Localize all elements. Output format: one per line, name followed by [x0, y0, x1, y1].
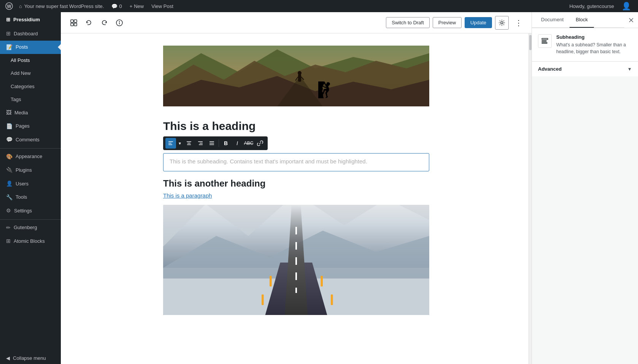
sidebar-item-dashboard[interactable]: ⊞ Dashboard [0, 27, 61, 41]
settings-icon: ⚙ [6, 207, 11, 215]
svg-rect-39 [270, 276, 272, 286]
heading-block-1[interactable]: This is a heading [163, 116, 429, 136]
update-button[interactable]: Update [465, 17, 492, 28]
block-info: Subheading What's a subhead? Smaller tha… [532, 28, 638, 61]
format-toolbar: ▼ [163, 136, 268, 150]
svg-rect-46 [542, 41, 546, 41]
dashboard-icon: ⊞ [6, 30, 11, 38]
admin-bar: W ⌂ Your new super fast WordPress site. … [0, 0, 638, 12]
svg-rect-27 [199, 144, 203, 145]
panel-content-area [532, 76, 638, 364]
gutenberg-icon: ✏ [6, 224, 11, 232]
block-name: Subheading [556, 34, 632, 40]
add-block-button[interactable] [67, 16, 81, 30]
svg-rect-20 [168, 143, 171, 144]
link-button[interactable] [255, 138, 265, 149]
paragraph-block[interactable]: This is a paragraph [163, 192, 429, 199]
sidebar-item-tags[interactable]: Tags [0, 93, 61, 106]
sidebar-item-media[interactable]: 🖼 Media [0, 106, 61, 120]
road-image-block [163, 205, 429, 315]
svg-rect-45 [542, 38, 548, 40]
site-name[interactable]: ⌂ Your new super fast WordPress site. [15, 0, 108, 12]
svg-rect-40 [262, 294, 264, 305]
sidebar-item-categories[interactable]: Categories [0, 80, 61, 93]
toolbar-left [67, 16, 126, 30]
sidebar-item-tools[interactable]: 🔧 Tools [0, 191, 61, 204]
svg-rect-21 [168, 144, 172, 145]
tab-document[interactable]: Document [535, 12, 570, 28]
editor-inner: This is a heading ▼ [163, 46, 429, 352]
undo-button[interactable] [82, 16, 96, 30]
sidebar-item-settings[interactable]: ⚙ Settings [0, 204, 61, 218]
sidebar-item-add-new[interactable]: Add New [0, 67, 61, 80]
sidebar-item-atomic-blocks[interactable]: ⊞ Atomic Blocks [0, 234, 61, 248]
howdy-text: Howdy, gutencourse [565, 3, 618, 9]
svg-rect-15 [298, 74, 301, 82]
align-right-button[interactable] [195, 138, 206, 149]
pages-icon: 📄 [6, 123, 13, 130]
sidebar-item-plugins[interactable]: 🔌 Plugins [0, 163, 61, 177]
toolbar-right: Switch to Draft Preview Update ⋮ [386, 16, 525, 30]
svg-rect-29 [209, 143, 214, 144]
align-justify-button[interactable] [206, 138, 217, 149]
view-post-link[interactable]: View Post [148, 0, 177, 12]
svg-rect-30 [209, 144, 214, 145]
sidebar-item-pages[interactable]: 📄 Pages [0, 120, 61, 133]
user-avatar[interactable]: 👤 [618, 0, 635, 12]
redo-button[interactable] [97, 16, 111, 30]
align-dropdown-button[interactable]: ▼ [177, 138, 183, 149]
svg-rect-41 [321, 276, 323, 286]
panel-tabs-row: Document Block [532, 12, 638, 28]
strikethrough-button[interactable]: ABC [243, 138, 254, 149]
sidebar-item-appearance[interactable]: 🎨 Appearance [0, 150, 61, 164]
comments-link[interactable]: 💬 0 [108, 0, 125, 12]
svg-rect-23 [187, 143, 190, 144]
admin-bar-right: Howdy, gutencourse 👤 [565, 0, 635, 12]
preview-button[interactable]: Preview [433, 17, 462, 28]
svg-rect-3 [74, 20, 77, 22]
new-menu[interactable]: + New [126, 0, 148, 12]
sidebar-item-posts[interactable]: 📝 Posts [0, 41, 61, 54]
advanced-section-title: Advanced [538, 66, 562, 72]
bold-button[interactable]: B [221, 138, 231, 149]
align-left-button[interactable] [165, 138, 176, 149]
sidebar-item-comments[interactable]: 💬 Comments [0, 133, 61, 147]
svg-rect-24 [187, 144, 191, 145]
hero-image-inner [163, 46, 429, 106]
plugins-icon: 🔌 [6, 166, 13, 174]
svg-point-16 [298, 71, 302, 75]
settings-button[interactable] [495, 16, 509, 30]
svg-rect-2 [71, 20, 73, 22]
subheading-block[interactable]: This is the subheading. Contains text th… [163, 153, 429, 171]
wp-logo[interactable]: W [3, 0, 15, 12]
sidebar-item-all-posts[interactable]: All Posts [0, 54, 61, 67]
italic-button[interactable]: I [232, 138, 243, 149]
info-button[interactable] [113, 16, 126, 30]
collapse-menu[interactable]: ◀ Collapse menu [0, 352, 61, 364]
svg-rect-19 [168, 141, 173, 142]
main-layout: ⊞ Pressidium ⊞ Dashboard 📝 Posts All Pos… [0, 12, 638, 364]
editor-area: Switch to Draft Preview Update ⋮ [61, 12, 532, 364]
sidebar-brand[interactable]: ⊞ Pressidium [0, 12, 61, 27]
users-icon: 👤 [6, 180, 13, 188]
sidebar-item-users[interactable]: 👤 Users [0, 177, 61, 191]
editor-content: This is a heading ▼ [61, 33, 532, 364]
more-options-button[interactable]: ⋮ [512, 16, 525, 30]
sidebar-item-gutenberg[interactable]: ✏ Gutenberg [0, 221, 61, 235]
advanced-section: Advanced ▼ [532, 61, 638, 76]
svg-rect-34 [163, 279, 429, 315]
posts-submenu: All Posts Add New Categories Tags [0, 54, 61, 106]
switch-draft-button[interactable]: Switch to Draft [386, 17, 430, 28]
appearance-icon: 🎨 [6, 153, 13, 161]
advanced-section-header[interactable]: Advanced ▼ [532, 62, 638, 76]
align-center-button[interactable] [184, 138, 194, 149]
block-type-icon [538, 34, 552, 48]
tab-block[interactable]: Block [570, 12, 594, 28]
close-panel-button[interactable] [624, 13, 638, 27]
hero-image-block [163, 46, 429, 106]
brand-icon: ⊞ [6, 17, 10, 22]
heading-block-2[interactable]: This is another heading [163, 177, 429, 189]
advanced-chevron-icon: ▼ [627, 66, 632, 72]
posts-icon: 📝 [6, 44, 13, 51]
sidebar: ⊞ Pressidium ⊞ Dashboard 📝 Posts All Pos… [0, 12, 61, 364]
